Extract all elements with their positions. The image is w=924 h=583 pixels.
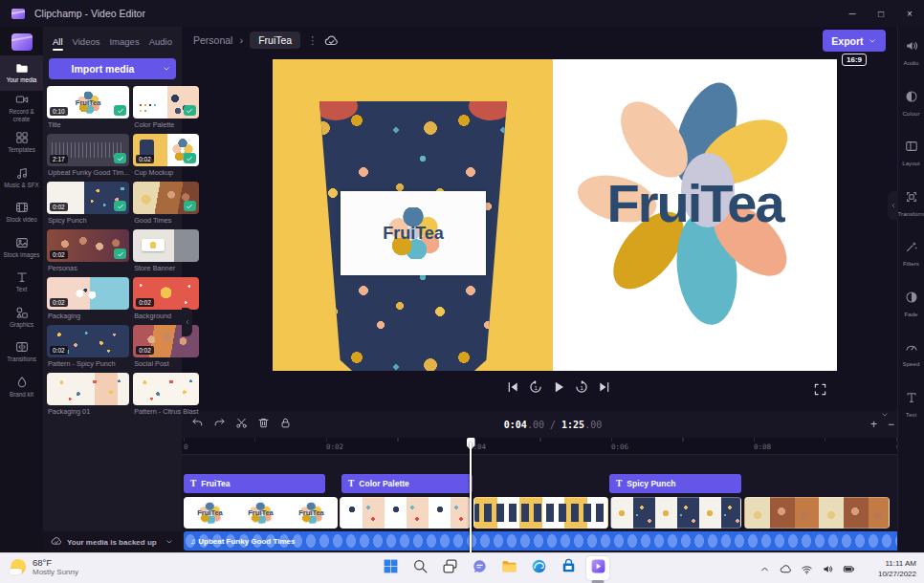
fruitea-wordmark: FruiTea (553, 172, 837, 234)
zoom-out-button[interactable]: − (888, 419, 894, 430)
taskbar-edge-button[interactable] (527, 556, 550, 580)
media-item-packaging[interactable]: 0:02Packaging (47, 277, 129, 323)
kebab-menu-icon[interactable]: ⋮ (307, 34, 318, 47)
media-item-packaging-01[interactable]: Packaging 01 (47, 373, 129, 419)
split-button[interactable] (235, 416, 248, 433)
media-item-title[interactable]: FruiTea0:10Title (47, 86, 129, 132)
tool-audio[interactable]: Audio (898, 32, 924, 83)
sidebar-item-record-create[interactable]: Record & create (0, 91, 43, 126)
taskbar-chat-button[interactable] (468, 556, 491, 580)
title-clip[interactable]: FruiTeaFruiTeaFruiTea (184, 497, 338, 529)
minimize-button[interactable]: ─ (838, 0, 867, 27)
sidebar-item-your-media[interactable]: Your media (0, 55, 43, 91)
tray-chevron-up-button[interactable] (759, 562, 771, 579)
zoom-in-button[interactable]: + (870, 419, 877, 430)
svg-text:1: 1 (535, 385, 539, 391)
collapse-tools-handle[interactable] (888, 191, 898, 220)
aspect-ratio-badge[interactable]: 16:9 (842, 54, 867, 66)
import-options-button[interactable] (157, 58, 176, 79)
tool-speed[interactable]: Speed (898, 334, 924, 384)
sidebar-item-templates[interactable]: Templates (0, 125, 43, 161)
timeline-ruler[interactable]: 00:020:040:060:080:1 (182, 438, 924, 455)
graphics-icon (15, 306, 29, 319)
sidebar-item-transitions[interactable]: Transitions (0, 335, 43, 370)
sidebar-item-brand-kit[interactable]: Brand kit (0, 370, 43, 405)
back-1s-button[interactable]: 1 (528, 381, 543, 397)
play-button[interactable] (551, 381, 566, 397)
sidebar-item-label: Stock video (6, 216, 37, 224)
tab-videos[interactable]: Videos (73, 36, 100, 51)
svg-text:1: 1 (581, 385, 584, 391)
sidebar-item-graphics[interactable]: Graphics (0, 300, 43, 335)
weather-widget[interactable]: 68°F Mostly Sunny (10, 557, 78, 576)
tray-battery-button[interactable] (843, 562, 855, 579)
audio-clip[interactable]: ♫ Upbeat Funky Good Times (184, 531, 922, 551)
lock-button[interactable] (279, 416, 292, 433)
sidebar-item-stock-video[interactable]: Stock video (0, 195, 43, 230)
collapse-media-panel-handle[interactable] (182, 308, 192, 336)
breadcrumb-separator-icon: › (239, 34, 243, 46)
chevron-down-icon[interactable] (165, 537, 174, 547)
taskbar-windows-button[interactable] (379, 556, 402, 580)
media-item-upbeat-funky-good-tim[interactable]: 2:17Upbeat Funky Good Tim... (47, 134, 129, 180)
backup-status-bar[interactable]: Your media is backed up (43, 531, 182, 552)
tool-filters[interactable]: Filters (898, 233, 924, 284)
media-item-cup-mockup[interactable]: 0:02Cup Mockup (133, 134, 198, 180)
close-button[interactable]: × (895, 0, 924, 27)
tab-all[interactable]: All (53, 36, 63, 51)
delete-button[interactable] (257, 416, 270, 433)
audio-clip-label: ♫ Upbeat Funky Good Times (190, 537, 295, 546)
media-item-label: Packaging 01 (48, 407, 129, 416)
check-badge (184, 201, 196, 211)
media-item-good-times[interactable]: Good Times (133, 182, 198, 227)
color-palette-clip[interactable] (340, 497, 471, 529)
media-item-store-banner[interactable]: Store Banner (133, 229, 198, 275)
media-item-label: Packaging (48, 312, 129, 320)
tool-fade[interactable]: Fade (898, 284, 924, 335)
media-item-personas[interactable]: 0:02Personas (47, 229, 129, 275)
breadcrumb-personal[interactable]: Personal (193, 34, 232, 46)
play-icon (551, 379, 566, 399)
media-grid: FruiTea0:10TitleColor Palette2:17Upbeat … (47, 86, 177, 419)
redo-button[interactable] (213, 416, 226, 433)
tool-transform[interactable]: Transform (898, 184, 924, 234)
tray-onedrive-cloud-button[interactable] (780, 562, 792, 579)
taskbar-clock[interactable]: 11:11 AM 10/27/2022 (878, 558, 916, 579)
edge-icon (531, 558, 547, 578)
fullscreen-button[interactable] (813, 382, 827, 397)
skip-start-button[interactable] (505, 381, 520, 397)
text-clip-fruitea[interactable]: TFruiTea (184, 474, 325, 493)
tool-colour[interactable]: Colour (898, 83, 924, 134)
sidebar-item-music-sfx[interactable]: Music & SFX (0, 161, 43, 196)
sidebar-item-stock-images[interactable]: Stock images (0, 230, 43, 266)
text-clip-spicy-punch[interactable]: TSpicy Punch (609, 474, 741, 493)
taskbar-search-button[interactable] (408, 556, 431, 580)
tray-volume-button[interactable] (822, 562, 834, 579)
cup-mockup-clip[interactable] (473, 497, 608, 529)
media-item-pattern-citrus-blast[interactable]: Pattern - Citrus Blast (133, 373, 198, 419)
import-media-button[interactable]: Import media (49, 58, 157, 79)
taskbar-task-view-button[interactable] (438, 556, 461, 580)
spicy-punch-clip[interactable] (610, 497, 741, 529)
text-clip-label: FruiTea (201, 479, 230, 488)
tray-wifi-button[interactable] (801, 562, 813, 579)
forward-1s-button[interactable]: 1 (574, 381, 589, 397)
taskbar-store-button[interactable] (557, 556, 580, 580)
tab-images[interactable]: Images (109, 36, 139, 51)
media-item-spicy-punch[interactable]: 0:02Spicy Punch (47, 182, 129, 227)
maximize-button[interactable]: □ (867, 0, 895, 27)
tool-layout[interactable]: Layout (898, 133, 924, 184)
tab-audio[interactable]: Audio (149, 36, 172, 51)
media-item-pattern-spicy-punch[interactable]: 0:02Pattern - Spicy Punch (47, 325, 129, 371)
skip-end-button[interactable] (597, 381, 612, 397)
preview-canvas[interactable]: FruiTea FruiTea (273, 59, 837, 371)
text-clip-color-palette[interactable]: TColor Palette (341, 474, 473, 493)
breadcrumb-project-name[interactable]: FruiTea (250, 32, 300, 49)
taskbar-clipchamp-button[interactable] (586, 556, 609, 580)
taskbar-file-explorer-button[interactable] (497, 556, 520, 580)
tool-text[interactable]: Text (898, 384, 924, 435)
export-button[interactable]: Export (823, 30, 886, 52)
sidebar-item-text[interactable]: Text (0, 265, 43, 300)
good-times-clip[interactable] (744, 497, 890, 529)
media-item-color-palette[interactable]: Color Palette (133, 86, 198, 132)
